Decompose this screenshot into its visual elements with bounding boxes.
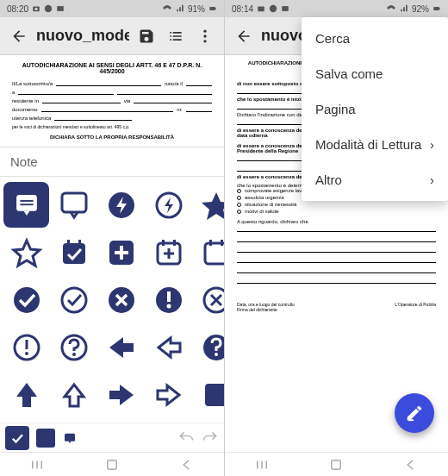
list-button[interactable] xyxy=(164,24,188,48)
stamp-arrow-up-outline[interactable] xyxy=(53,373,95,416)
battery-icon xyxy=(432,4,441,13)
color-swatch-navy[interactable] xyxy=(36,429,55,448)
status-battery: 91% xyxy=(188,4,205,14)
stamp-bolt-outline[interactable] xyxy=(147,184,190,226)
svg-rect-10 xyxy=(20,200,33,202)
save-button[interactable] xyxy=(134,24,159,48)
stamp-arrow-left-outline[interactable] xyxy=(147,326,190,368)
nav-home[interactable] xyxy=(104,457,120,473)
battery-icon xyxy=(208,4,217,13)
signal-icon xyxy=(400,4,408,13)
svg-point-2 xyxy=(45,5,52,12)
menu-item-more[interactable]: Altro› xyxy=(302,162,448,197)
menu-item-reading-mode[interactable]: Modalità di Lettura› xyxy=(302,127,448,162)
svg-rect-45 xyxy=(32,460,34,468)
svg-rect-54 xyxy=(257,460,258,468)
status-time: 08:14 xyxy=(232,4,253,14)
back-button[interactable] xyxy=(232,24,256,48)
note-small-icon[interactable] xyxy=(62,430,78,446)
svg-rect-51 xyxy=(282,6,289,11)
document-preview[interactable]: AUTODICHIARAZIONE AI SENSI DEGLI ARTT. 4… xyxy=(0,55,224,147)
svg-rect-5 xyxy=(215,8,216,9)
svg-rect-55 xyxy=(261,460,263,468)
confirm-button[interactable] xyxy=(5,426,29,450)
svg-rect-20 xyxy=(115,251,128,254)
stamp-calendar-plus[interactable] xyxy=(147,231,190,273)
svg-point-7 xyxy=(203,34,206,37)
stamp-check-circle-outline[interactable] xyxy=(53,279,95,321)
stamp-arrow-right-outline[interactable] xyxy=(147,373,190,416)
svg-rect-37 xyxy=(25,340,28,349)
status-battery: 92% xyxy=(412,4,429,14)
camera-icon xyxy=(32,4,40,13)
stamp-calendar-check[interactable] xyxy=(53,231,95,273)
svg-rect-53 xyxy=(439,8,440,9)
nav-back[interactable] xyxy=(403,457,419,473)
status-bar: 08:14 92% xyxy=(225,0,448,17)
wifi-icon xyxy=(386,4,396,13)
stamp-square-filled[interactable] xyxy=(195,373,224,416)
svg-rect-12 xyxy=(62,193,86,212)
svg-rect-26 xyxy=(205,243,225,264)
redo-button[interactable] xyxy=(202,429,219,447)
whatsapp-icon xyxy=(44,4,53,13)
stamp-exclaim-circle-outline[interactable] xyxy=(5,326,47,368)
stamp-calendar-blank[interactable] xyxy=(195,231,224,273)
doc-title: AUTODICHIARAZIONE AI SENSI DEGLI ARTT. 4… xyxy=(12,62,212,74)
nav-recent[interactable] xyxy=(29,457,45,473)
edit-fab[interactable] xyxy=(395,393,434,433)
nav-back[interactable] xyxy=(179,457,195,473)
note-header: Note xyxy=(0,147,224,177)
stamp-question-circle-filled[interactable] xyxy=(195,326,224,368)
pencil-icon xyxy=(405,404,424,423)
stamp-plus-square[interactable] xyxy=(100,231,142,273)
overflow-button[interactable] xyxy=(193,24,217,48)
svg-point-42 xyxy=(215,353,218,356)
nav-home[interactable] xyxy=(328,457,344,473)
stamp-question-circle-outline[interactable] xyxy=(53,326,95,368)
svg-rect-11 xyxy=(20,204,33,205)
stamp-arrow-left-filled[interactable] xyxy=(100,326,142,368)
svg-rect-48 xyxy=(108,460,117,469)
stamp-star-filled[interactable] xyxy=(195,184,224,226)
stamp-exclaim-circle-filled[interactable] xyxy=(147,279,190,321)
chevron-right-icon: › xyxy=(430,172,434,187)
app-bar: nuovo_modell… xyxy=(0,17,224,55)
stamp-bolt-filled[interactable] xyxy=(100,184,142,226)
stamp-check-circle-filled[interactable] xyxy=(5,279,47,321)
svg-rect-16 xyxy=(67,240,70,246)
svg-rect-27 xyxy=(209,240,212,246)
mail-icon xyxy=(56,4,65,13)
menu-item-save-as[interactable]: Salva come xyxy=(302,56,448,91)
svg-rect-44 xyxy=(65,433,75,441)
svg-point-35 xyxy=(204,288,225,312)
signal-icon xyxy=(176,4,184,13)
stamp-x-circle-filled[interactable] xyxy=(100,279,142,321)
stamp-arrow-up-filled[interactable] xyxy=(5,373,47,416)
svg-point-50 xyxy=(270,5,277,12)
nav-recent[interactable] xyxy=(254,457,270,473)
svg-rect-52 xyxy=(433,7,439,10)
nav-bar xyxy=(0,452,224,476)
svg-rect-57 xyxy=(332,460,341,469)
chevron-right-icon: › xyxy=(430,137,434,152)
undo-button[interactable] xyxy=(177,429,195,447)
svg-rect-56 xyxy=(266,460,268,468)
stamp-star-outline[interactable] xyxy=(5,231,47,273)
svg-rect-15 xyxy=(63,243,85,264)
svg-rect-28 xyxy=(221,240,223,246)
svg-point-34 xyxy=(166,304,171,308)
menu-item-page[interactable]: Pagina xyxy=(302,91,448,127)
stamp-note-filled[interactable] xyxy=(5,184,47,226)
stamp-arrow-right-filled[interactable] xyxy=(100,373,142,416)
app-title: nuovo_modell… xyxy=(36,27,129,45)
menu-item-search[interactable]: Cerca xyxy=(302,21,448,56)
back-button[interactable] xyxy=(7,24,31,48)
mail-icon xyxy=(281,4,289,13)
stamp-x-circle-outline[interactable] xyxy=(195,279,224,321)
status-time: 08:20 xyxy=(7,4,28,14)
svg-rect-22 xyxy=(162,240,165,246)
stamp-note-outline[interactable] xyxy=(53,184,95,226)
svg-point-29 xyxy=(14,287,40,313)
phone-right: 08:14 92% nuovo_… Cerca Salva come Pagin… xyxy=(224,0,448,476)
